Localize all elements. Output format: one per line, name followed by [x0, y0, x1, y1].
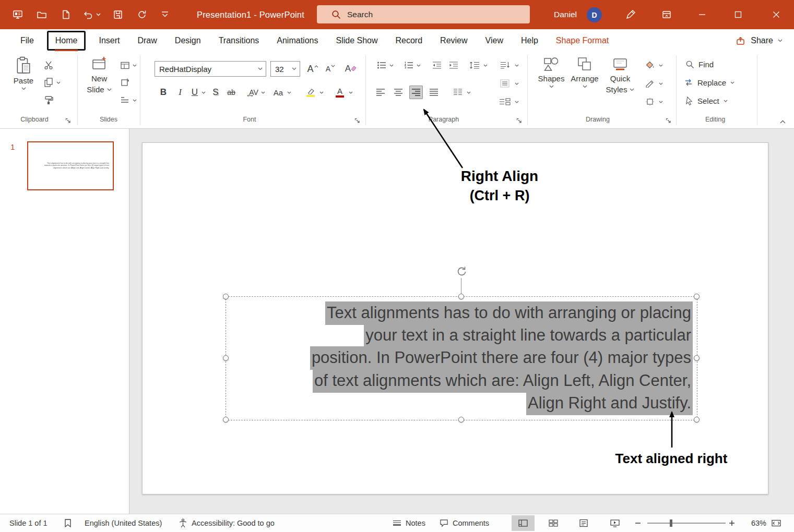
columns-button[interactable]	[450, 86, 466, 99]
shape-outline-button[interactable]	[642, 77, 658, 90]
arrange-button[interactable]: Arrange	[569, 56, 600, 88]
clipboard-dialog-launcher[interactable]	[64, 116, 72, 125]
reading-view-button[interactable]	[572, 515, 595, 531]
italic-button[interactable]: I	[173, 86, 187, 99]
highlight-dropdown-chevron[interactable]	[318, 86, 325, 99]
shape-effects-button[interactable]	[642, 95, 658, 108]
convert-to-smartart-button[interactable]	[497, 95, 513, 108]
copy-dropdown-chevron[interactable]	[55, 76, 62, 89]
decrease-indent-button[interactable]	[430, 58, 444, 72]
resize-handle-middle-right[interactable]	[694, 355, 700, 361]
resize-handle-top-left[interactable]	[223, 294, 229, 299]
accessibility-button[interactable]: Accessibility: Good to go	[179, 514, 275, 532]
paragraph-dialog-launcher[interactable]	[515, 116, 523, 125]
clear-formatting-button[interactable]: A	[342, 62, 359, 76]
align-center-button[interactable]	[392, 86, 405, 99]
font-dialog-launcher[interactable]	[353, 116, 361, 125]
find-button[interactable]: Find	[685, 57, 714, 71]
change-case-button[interactable]: Aa	[270, 86, 286, 99]
zoom-in-button[interactable]	[729, 514, 735, 532]
highlight-color-button[interactable]	[303, 86, 318, 99]
zoom-slider-thumb[interactable]	[670, 519, 672, 527]
columns-dropdown-chevron[interactable]	[466, 86, 472, 99]
text-direction-dropdown-chevron[interactable]	[514, 58, 520, 72]
font-color-button[interactable]: A	[332, 86, 348, 99]
maximize-button[interactable]	[726, 0, 750, 29]
zoom-out-button[interactable]	[635, 514, 641, 532]
rotate-handle[interactable]	[456, 265, 467, 277]
font-size-combo[interactable]: 32	[270, 61, 300, 77]
close-button[interactable]	[764, 0, 788, 29]
bold-button[interactable]: B	[157, 86, 170, 99]
slideshow-button[interactable]	[6, 0, 29, 29]
line-spacing-button[interactable]	[467, 58, 482, 72]
font-color-dropdown-chevron[interactable]	[348, 86, 354, 99]
numbering-dropdown-chevron[interactable]	[416, 58, 422, 72]
share-button[interactable]: Share	[736, 29, 783, 52]
tab-record[interactable]: Record	[387, 29, 432, 52]
normal-view-button[interactable]	[512, 515, 535, 531]
language-button[interactable]: English (United States)	[85, 514, 162, 532]
cut-button[interactable]	[42, 58, 55, 72]
account-name[interactable]: Daniel	[547, 0, 584, 29]
slide-sorter-view-button[interactable]	[542, 515, 565, 531]
drawing-dialog-launcher[interactable]	[664, 116, 672, 125]
bullets-button[interactable]	[375, 58, 388, 72]
slide-thumbnail[interactable]: Text alignments has to do with arranging…	[27, 141, 114, 190]
align-left-button[interactable]	[374, 86, 387, 99]
text-shadow-button[interactable]: S	[209, 86, 222, 99]
shape-fill-button[interactable]	[642, 58, 658, 72]
tab-review[interactable]: Review	[431, 29, 476, 52]
collapse-ribbon-button[interactable]	[776, 115, 789, 128]
line-spacing-dropdown-chevron[interactable]	[482, 58, 489, 72]
open-button[interactable]	[30, 0, 53, 29]
resize-handle-bottom-left[interactable]	[223, 417, 229, 422]
layout-dropdown-chevron[interactable]	[132, 58, 138, 72]
layout-button[interactable]	[118, 58, 132, 72]
tab-insert[interactable]: Insert	[90, 29, 128, 52]
align-text-button[interactable]	[497, 77, 513, 90]
resize-handle-bottom-right[interactable]	[694, 417, 700, 422]
ribbon-display-options-button[interactable]	[655, 0, 678, 29]
zoom-slider[interactable]	[647, 523, 726, 524]
tab-animations[interactable]: Animations	[268, 29, 327, 52]
notes-button[interactable]: Notes	[393, 514, 425, 532]
increase-font-size-button[interactable]: A	[305, 62, 321, 76]
search-box[interactable]: Search	[317, 5, 530, 23]
tab-design[interactable]: Design	[166, 29, 210, 52]
shape-effects-dropdown-chevron[interactable]	[658, 95, 664, 108]
section-dropdown-chevron[interactable]	[132, 93, 138, 107]
justify-button[interactable]	[427, 86, 441, 99]
tab-draw[interactable]: Draw	[128, 29, 165, 52]
case-dropdown-chevron[interactable]	[286, 86, 292, 99]
format-painter-button[interactable]	[42, 93, 55, 107]
strikethrough-button[interactable]: ab	[224, 86, 238, 99]
slideshow-view-button[interactable]	[603, 515, 626, 531]
bullets-dropdown-chevron[interactable]	[388, 58, 395, 72]
section-button[interactable]	[118, 93, 132, 107]
tab-slide-show[interactable]: Slide Show	[327, 29, 386, 52]
tab-file[interactable]: File	[11, 29, 43, 52]
font-name-combo[interactable]: RedHatDisplay	[155, 61, 266, 77]
underline-dropdown-chevron[interactable]	[200, 86, 207, 99]
align-text-dropdown-chevron[interactable]	[514, 77, 520, 90]
decrease-font-size-button[interactable]: A	[323, 62, 338, 76]
ink-pen-button[interactable]	[619, 0, 642, 29]
select-button[interactable]: Select	[685, 94, 728, 107]
align-right-button[interactable]	[409, 86, 423, 99]
increase-indent-button[interactable]	[447, 58, 460, 72]
save-button[interactable]	[106, 0, 129, 29]
smartart-dropdown-chevron[interactable]	[514, 95, 520, 108]
undo-dropdown-chevron[interactable]	[93, 0, 103, 29]
numbering-button[interactable]	[402, 58, 416, 72]
shape-fill-dropdown-chevron[interactable]	[658, 58, 664, 72]
text-direction-button[interactable]	[497, 58, 513, 72]
resize-handle-top-center[interactable]	[458, 294, 464, 299]
new-file-button[interactable]	[54, 0, 77, 29]
resize-handle-bottom-center[interactable]	[458, 417, 464, 422]
character-spacing-button[interactable]: AV	[242, 86, 260, 99]
spellcheck-button[interactable]	[64, 514, 72, 532]
quick-styles-button[interactable]: Quick Styles	[605, 56, 636, 94]
selected-textbox[interactable]: Text alignments has to do with arranging…	[226, 297, 697, 420]
shape-outline-dropdown-chevron[interactable]	[658, 77, 664, 90]
